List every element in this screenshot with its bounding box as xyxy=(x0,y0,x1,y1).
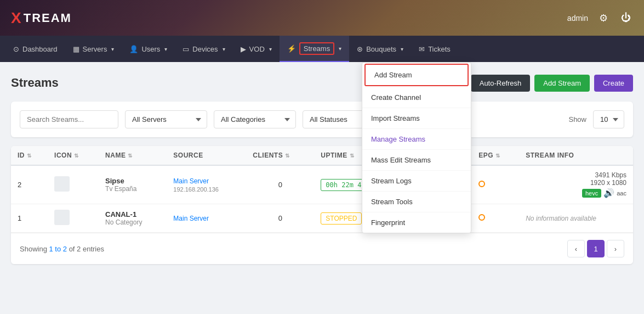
dropdown-stream-logs[interactable]: Stream Logs xyxy=(362,171,471,192)
source-link-1[interactable]: Main Server xyxy=(173,177,209,185)
filters-row: All Servers All Categories All Statuses … xyxy=(11,102,633,137)
dropdown-stream-tools[interactable]: Stream Tools xyxy=(362,192,471,212)
cell-clients-2: 0 xyxy=(246,204,314,233)
dropdown-add-stream[interactable]: Add Stream xyxy=(364,64,469,86)
bouquets-chevron: ▾ xyxy=(401,46,403,52)
cell-icon xyxy=(48,165,99,204)
streams-icon: ⚡ xyxy=(287,44,296,53)
nav-label-streams: Streams xyxy=(304,44,330,53)
nav-label-servers: Servers xyxy=(83,45,107,53)
nav-label-users: Users xyxy=(141,45,160,53)
add-stream-button[interactable]: Add Stream xyxy=(534,75,590,92)
source-ip-1: 192.168.200.136 xyxy=(173,186,219,193)
showing-prefix: Showing xyxy=(20,245,49,253)
dropdown-import-streams[interactable]: Import Streams xyxy=(362,108,471,129)
epg-dot-1 xyxy=(478,181,485,187)
cell-epg-2 xyxy=(472,204,519,233)
nav-label-vod: VOD xyxy=(249,45,265,53)
stream-name-2: CANAL-1 xyxy=(105,210,160,218)
dropdown-fingerprint[interactable]: Fingerprint xyxy=(362,212,471,233)
page-content: Streams 🔍 Auto-Refresh Add Stream Create… xyxy=(0,62,644,275)
show-label: Show xyxy=(568,115,586,124)
tickets-icon: ✉ xyxy=(419,45,425,53)
icon-sort-icon: ⇅ xyxy=(74,153,79,159)
stream-icon-placeholder xyxy=(54,176,70,192)
auto-refresh-button[interactable]: Auto-Refresh xyxy=(471,75,531,92)
nav-item-bouquets[interactable]: ⊛ Bouquets ▾ xyxy=(349,36,411,62)
nav-item-streams[interactable]: ⚡ Streams ▾ xyxy=(280,36,349,62)
pagination-row: Showing 1 to 2 of 2 entries ‹ 1 › xyxy=(11,233,633,264)
dropdown-create-channel[interactable]: Create Channel xyxy=(362,87,471,108)
clients-sort-icon: ⇅ xyxy=(285,153,290,159)
cell-source: Main Server 192.168.200.136 xyxy=(167,165,246,204)
power-icon[interactable]: ⏻ xyxy=(619,10,633,26)
nav-label-tickets: Tickets xyxy=(428,45,451,53)
cell-epg-1 xyxy=(472,165,519,204)
next-page-button[interactable]: › xyxy=(607,240,624,257)
col-source: SOURCE xyxy=(167,146,246,165)
nav-item-vod[interactable]: ▶ VOD ▾ xyxy=(233,36,280,62)
top-bar: X TREAM admin ⚙ ⏻ xyxy=(0,0,644,36)
streams-chevron: ▾ xyxy=(339,46,341,52)
servers-icon: ▦ xyxy=(73,45,79,53)
cell-id-2: 1 xyxy=(11,204,48,233)
cell-icon-2 xyxy=(48,204,99,233)
showing-suffix: entries xyxy=(83,245,104,253)
admin-label: admin xyxy=(567,14,588,23)
users-icon: 👤 xyxy=(129,45,138,53)
nav-item-users[interactable]: 👤 Users ▾ xyxy=(122,36,175,62)
page-1-button[interactable]: 1 xyxy=(587,240,605,257)
cell-id: 2 xyxy=(11,165,48,204)
create-button[interactable]: Create xyxy=(594,75,633,92)
nav-item-dashboard[interactable]: ⊙ Dashboard xyxy=(5,36,65,62)
epg-sort-icon: ⇅ xyxy=(495,153,500,159)
streams-label-highlight: Streams xyxy=(299,42,334,55)
table-body: 2 Sipse Tv España Main Server 192.168.20… xyxy=(11,165,633,233)
cell-name-2: CANAL-1 No Category xyxy=(99,204,167,233)
stream-name-1: Sipse xyxy=(105,177,160,185)
bitrate-1: 3491 Kbps xyxy=(526,171,626,179)
stream-icon-placeholder-2 xyxy=(54,210,70,225)
nav-label-dashboard: Dashboard xyxy=(22,45,58,53)
streams-table: ID ⇅ ICON ⇅ NAME ⇅ SOURCE CLIENTS ⇅ UPTI… xyxy=(11,146,633,233)
dropdown-manage-streams[interactable]: Manage Streams xyxy=(362,129,471,150)
page-title: Streams xyxy=(11,76,59,90)
servers-chevron: ▾ xyxy=(111,46,114,52)
prev-page-button[interactable]: ‹ xyxy=(567,240,585,257)
resolution-1: 1920 x 1080 xyxy=(526,179,626,187)
cell-stream-info-1: 3491 Kbps 1920 x 1080 hevc 🔊 aac xyxy=(519,165,633,204)
epg-dot-2 xyxy=(478,214,485,221)
settings-icon[interactable]: ⚙ xyxy=(597,10,610,26)
dropdown-mass-edit[interactable]: Mass Edit Streams xyxy=(362,150,471,171)
header-actions: 🔍 Auto-Refresh Add Stream Create xyxy=(447,73,633,93)
search-input[interactable] xyxy=(20,110,118,128)
bouquets-icon: ⊛ xyxy=(357,45,363,53)
stopped-badge-2: STOPPED xyxy=(321,212,362,225)
table-header-row: ID ⇅ ICON ⇅ NAME ⇅ SOURCE CLIENTS ⇅ UPTI… xyxy=(11,146,633,165)
nav-item-devices[interactable]: ▭ Devices ▾ xyxy=(175,36,232,62)
devices-icon: ▭ xyxy=(183,45,189,53)
cell-clients-1: 0 xyxy=(246,165,314,204)
logo: X TREAM xyxy=(11,9,72,27)
vod-icon: ▶ xyxy=(241,45,246,53)
nav-item-servers[interactable]: ▦ Servers ▾ xyxy=(65,36,122,62)
show-count-select[interactable]: 10 xyxy=(593,110,624,128)
streams-dropdown-menu: Add Stream Create Channel Import Streams… xyxy=(362,62,471,233)
col-clients: CLIENTS ⇅ xyxy=(246,146,314,165)
col-icon: ICON ⇅ xyxy=(48,146,99,165)
source-link-2[interactable]: Main Server xyxy=(173,215,209,222)
name-sort-icon: ⇅ xyxy=(128,153,133,159)
uptime-sort-icon: ⇅ xyxy=(350,153,355,159)
server-filter[interactable]: All Servers xyxy=(125,110,207,128)
col-name: NAME ⇅ xyxy=(99,146,167,165)
cell-stream-info-2: No information available xyxy=(519,204,633,233)
users-chevron: ▾ xyxy=(164,46,167,52)
stream-sub-1: Tv España xyxy=(105,185,160,193)
col-epg: EPG ⇅ xyxy=(472,146,519,165)
logo-x-letter: X xyxy=(11,9,22,27)
category-filter[interactable]: All Categories xyxy=(214,110,296,128)
codec-row-1: hevc 🔊 aac xyxy=(526,188,626,198)
nav-item-tickets[interactable]: ✉ Tickets xyxy=(411,36,458,62)
showing-text: Showing 1 to 2 of 2 entries xyxy=(20,245,104,253)
logo-text: TREAM xyxy=(24,11,72,25)
